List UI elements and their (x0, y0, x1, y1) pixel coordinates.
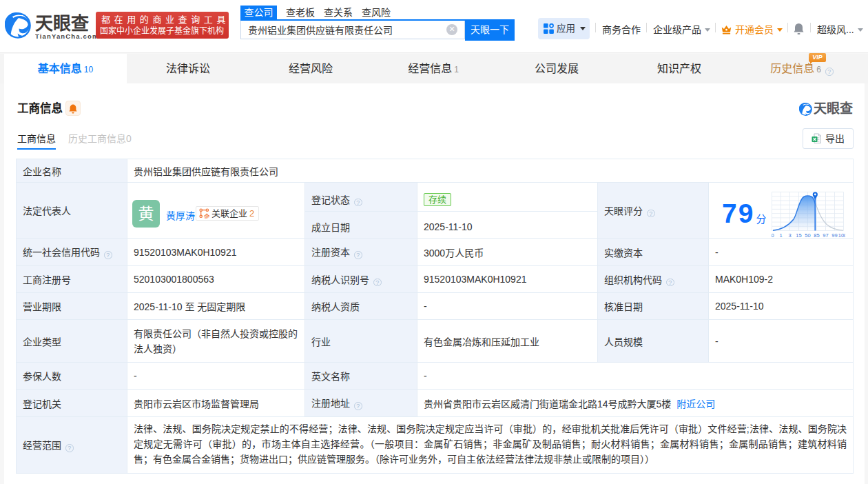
svg-text:50: 50 (805, 232, 810, 239)
svg-text:97: 97 (823, 232, 828, 239)
svg-text:3: 3 (788, 232, 791, 239)
svg-text:99: 99 (831, 232, 837, 239)
svg-text:85: 85 (814, 232, 819, 239)
svg-text:企: 企 (203, 213, 209, 219)
svg-text:15: 15 (796, 232, 801, 239)
svg-text:100: 100 (838, 232, 845, 239)
svg-text:0: 0 (772, 232, 774, 239)
svg-text:1: 1 (779, 232, 782, 239)
